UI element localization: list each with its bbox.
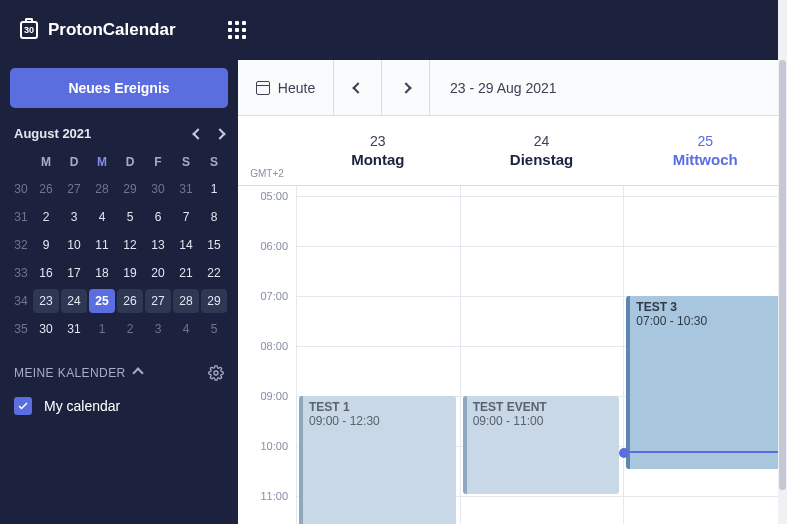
mini-day[interactable]: 30 <box>144 175 172 203</box>
mini-day[interactable]: 31 <box>172 175 200 203</box>
time-label: 11:00 <box>260 490 288 502</box>
mini-next-month-icon[interactable] <box>214 128 225 139</box>
calendar-logo-icon: 30 <box>20 21 38 39</box>
mini-day[interactable]: 24 <box>60 287 88 315</box>
calendar-grid[interactable]: 05:0006:0007:0008:0009:0010:0011:00 TEST… <box>238 186 787 524</box>
mini-day[interactable]: 30 <box>32 315 60 343</box>
mini-day[interactable]: 6 <box>144 203 172 231</box>
calendar-item[interactable]: My calendar <box>10 397 228 415</box>
calendar-panel: Heute 23 - 29 Aug 2021 GMT+2 23 Montag 2… <box>238 60 787 524</box>
day-column[interactable]: TEST 3 07:00 - 10:30 <box>623 186 787 524</box>
mini-day[interactable]: 2 <box>116 315 144 343</box>
day-number: 24 <box>534 133 550 149</box>
mini-day[interactable]: 28 <box>172 287 200 315</box>
mini-day[interactable]: 16 <box>32 259 60 287</box>
mini-day[interactable]: 29 <box>116 175 144 203</box>
mini-day[interactable]: 17 <box>60 259 88 287</box>
calendar-event[interactable]: TEST 1 09:00 - 12:30 <box>299 396 456 524</box>
mini-day[interactable]: 3 <box>60 203 88 231</box>
mini-day[interactable]: 28 <box>88 175 116 203</box>
time-label: 05:00 <box>260 190 288 202</box>
event-time: 09:00 - 12:30 <box>309 414 380 428</box>
event-title: TEST EVENT <box>473 400 614 414</box>
scrollbar[interactable] <box>778 0 787 524</box>
mini-day[interactable]: 27 <box>60 175 88 203</box>
time-label: 07:00 <box>260 290 288 302</box>
mini-day[interactable]: 15 <box>200 231 228 259</box>
mini-day[interactable]: 29 <box>200 287 228 315</box>
mini-weekday: S <box>172 149 200 175</box>
week-number: 35 <box>10 315 32 343</box>
mini-prev-month-icon[interactable] <box>192 128 203 139</box>
mini-day[interactable]: 10 <box>60 231 88 259</box>
new-event-button[interactable]: Neues Ereignis <box>10 68 228 108</box>
mini-day[interactable]: 5 <box>116 203 144 231</box>
mini-day[interactable]: 4 <box>88 203 116 231</box>
mini-day[interactable]: 11 <box>88 231 116 259</box>
prev-week-button[interactable] <box>334 60 382 116</box>
calendar-name: My calendar <box>44 398 120 414</box>
chevron-left-icon <box>352 82 363 93</box>
mini-day[interactable]: 26 <box>116 287 144 315</box>
mini-weekday: M <box>88 149 116 175</box>
timezone-label: GMT+2 <box>238 116 296 185</box>
gear-icon[interactable] <box>208 365 224 381</box>
week-number: 34 <box>10 287 32 315</box>
my-calendars-header[interactable]: MEINE KALENDER <box>10 365 228 381</box>
mini-day[interactable]: 8 <box>200 203 228 231</box>
mini-day[interactable]: 7 <box>172 203 200 231</box>
mini-day[interactable]: 25 <box>88 287 116 315</box>
mini-day[interactable]: 31 <box>60 315 88 343</box>
mini-calendar-header: August 2021 <box>10 126 228 149</box>
calendar-event[interactable]: TEST EVENT 09:00 - 11:00 <box>463 396 620 494</box>
mini-day[interactable]: 23 <box>32 287 60 315</box>
topbar: 30 ProtonCalendar <box>0 0 787 60</box>
mini-day[interactable]: 14 <box>172 231 200 259</box>
mini-day[interactable]: 3 <box>144 315 172 343</box>
mini-day[interactable]: 12 <box>116 231 144 259</box>
today-label: Heute <box>278 80 315 96</box>
day-name: Dienstag <box>510 151 573 168</box>
week-number: 30 <box>10 175 32 203</box>
time-label: 06:00 <box>260 240 288 252</box>
day-column[interactable]: TEST EVENT 09:00 - 11:00 <box>460 186 624 524</box>
calendar-event[interactable]: TEST 3 07:00 - 10:30 <box>626 296 783 469</box>
app-logo[interactable]: 30 ProtonCalendar <box>20 20 220 40</box>
mini-day[interactable]: 22 <box>200 259 228 287</box>
scrollbar-thumb[interactable] <box>779 60 786 490</box>
mini-day[interactable]: 9 <box>32 231 60 259</box>
week-number: 31 <box>10 203 32 231</box>
day-columns: TEST 1 09:00 - 12:30TEST EVENT 09:00 - 1… <box>296 186 787 524</box>
day-name: Mittwoch <box>673 151 738 168</box>
mini-day[interactable]: 2 <box>32 203 60 231</box>
time-column: 05:0006:0007:0008:0009:0010:0011:00 <box>238 186 296 524</box>
mini-day[interactable]: 5 <box>200 315 228 343</box>
mini-day[interactable]: 19 <box>116 259 144 287</box>
event-time: 09:00 - 11:00 <box>473 414 544 428</box>
mini-weekday: D <box>116 149 144 175</box>
mini-day[interactable]: 1 <box>200 175 228 203</box>
mini-day[interactable]: 13 <box>144 231 172 259</box>
today-button[interactable]: Heute <box>238 60 334 116</box>
calendar-checkbox[interactable] <box>14 397 32 415</box>
day-header[interactable]: 24 Dienstag <box>460 116 624 185</box>
mini-weekday: F <box>144 149 172 175</box>
day-header[interactable]: 25 Mittwoch <box>623 116 787 185</box>
day-column[interactable]: TEST 1 09:00 - 12:30 <box>296 186 460 524</box>
mini-day[interactable]: 26 <box>32 175 60 203</box>
mini-day[interactable]: 21 <box>172 259 200 287</box>
apps-grid-icon[interactable] <box>228 21 246 39</box>
mini-day[interactable]: 20 <box>144 259 172 287</box>
event-title: TEST 1 <box>309 400 450 414</box>
mini-weekday: S <box>200 149 228 175</box>
now-indicator <box>624 451 787 453</box>
time-label: 08:00 <box>260 340 288 352</box>
mini-day[interactable]: 27 <box>144 287 172 315</box>
week-number: 32 <box>10 231 32 259</box>
mini-day[interactable]: 1 <box>88 315 116 343</box>
mini-day[interactable]: 18 <box>88 259 116 287</box>
mini-day[interactable]: 4 <box>172 315 200 343</box>
next-week-button[interactable] <box>382 60 430 116</box>
day-header[interactable]: 23 Montag <box>296 116 460 185</box>
svg-point-0 <box>214 371 218 375</box>
